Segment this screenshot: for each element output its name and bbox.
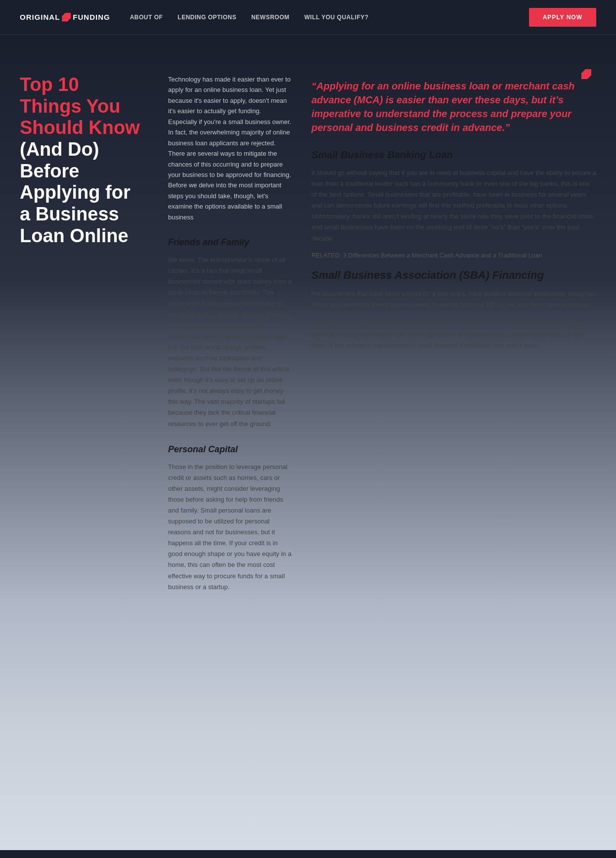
- quote-decoration-icon: [581, 69, 591, 79]
- related-link[interactable]: RELATED: 3 Differences Between a Merchan…: [311, 252, 596, 259]
- section1-body: We know. The entrepreneur’s cliche of al…: [168, 255, 292, 429]
- logo-funding: FUNDING: [73, 13, 110, 21]
- article-title: Top 10 Things You Should Know (And Do) B…: [20, 74, 143, 247]
- section4-body1: For businesses that have been around for…: [311, 289, 596, 310]
- section4-body2: Online Business Loan (Merchant Cash Adva…: [311, 318, 596, 351]
- navigation: ORIGINAL FUNDING ABOUT OF LENDING OPTION…: [0, 0, 616, 35]
- nav-qualify[interactable]: WILL YOU QUALIFY?: [305, 14, 369, 21]
- title-highlight: Top 10 Things You Should Know: [20, 74, 140, 138]
- section2-body: Those in the position to leverage person…: [168, 462, 292, 593]
- section3-body: It should go without saying that if you …: [311, 168, 596, 244]
- main-content: Top 10 Things You Should Know (And Do) B…: [0, 35, 616, 850]
- quote-block: “Applying for an online business loan or…: [311, 74, 596, 139]
- logo-original: ORIGINAL: [20, 13, 60, 21]
- apply-now-button[interactable]: APPLY NOW: [529, 8, 596, 27]
- nav-about[interactable]: ABOUT OF: [130, 14, 163, 21]
- nav-links: ABOUT OF LENDING OPTIONS NEWSROOM WILL Y…: [130, 14, 529, 21]
- nav-newsroom[interactable]: NEWSROOM: [251, 14, 289, 21]
- intro-text: Technology has made it easier than ever …: [168, 74, 292, 222]
- middle-column: Technology has made it easier than ever …: [158, 64, 302, 811]
- section2-heading: Personal Capital: [168, 444, 292, 455]
- section4-heading: Small Business Association (SBA) Financi…: [311, 269, 596, 282]
- title-normal: (And Do) Before Applying for a Business …: [20, 139, 131, 246]
- section1-heading: Friends and Family: [168, 237, 292, 248]
- logo[interactable]: ORIGINAL FUNDING: [20, 13, 110, 22]
- section3-heading: Small Business Banking Loan: [311, 149, 596, 161]
- nav-lending[interactable]: LENDING OPTIONS: [177, 14, 236, 21]
- right-column: “Applying for an online business loan or…: [302, 64, 596, 811]
- quote-text: “Applying for an online business loan or…: [311, 79, 596, 134]
- left-column: Top 10 Things You Should Know (And Do) B…: [20, 64, 158, 811]
- logo-icon: [62, 13, 71, 22]
